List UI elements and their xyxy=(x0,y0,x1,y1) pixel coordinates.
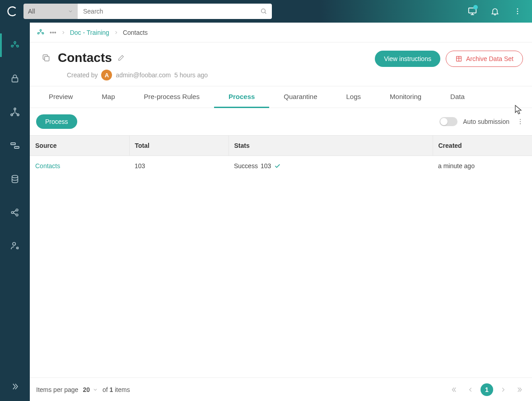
search-input-wrap xyxy=(78,4,272,19)
chevron-right-icon xyxy=(114,30,118,35)
svg-point-26 xyxy=(520,121,521,122)
stats-label: Success xyxy=(234,162,258,170)
pager-prev[interactable] xyxy=(464,383,477,396)
tab-map[interactable]: Map xyxy=(87,86,129,108)
sidebar-item-user-settings[interactable] xyxy=(6,237,24,255)
pager-last[interactable] xyxy=(513,383,526,396)
auto-submission-label: Auto submission xyxy=(463,118,509,125)
stats-value: 103 xyxy=(261,162,271,170)
svg-point-18 xyxy=(13,242,15,245)
table-row: Contacts 103 Success 103 a minute ago xyxy=(30,156,532,176)
search-input[interactable] xyxy=(78,4,272,19)
check-icon xyxy=(274,162,281,170)
monitor-icon[interactable] xyxy=(463,2,481,20)
edit-icon[interactable] xyxy=(117,54,125,61)
avatar: A xyxy=(101,70,112,80)
breadcrumb-root-icon[interactable] xyxy=(36,28,45,37)
cell-source[interactable]: Contacts xyxy=(30,156,129,176)
action-row: Process Auto submission xyxy=(30,108,532,135)
th-stats[interactable]: Stats xyxy=(229,136,433,156)
search-filter-label: All xyxy=(28,8,35,15)
svg-rect-23 xyxy=(45,57,49,61)
cell-created: a minute ago xyxy=(433,156,532,176)
breadcrumb-ellipsis[interactable]: ••• xyxy=(50,29,56,36)
svg-rect-8 xyxy=(12,78,18,82)
created-time: 5 hours ago xyxy=(174,71,208,79)
sidebar-item-pipeline[interactable] xyxy=(6,137,24,155)
process-button[interactable]: Process xyxy=(36,114,77,129)
search-wrap: All xyxy=(23,4,272,19)
process-table: Source Total Stats Created Contacts 103 … xyxy=(30,135,532,176)
table-kebab-icon[interactable] xyxy=(515,118,526,125)
th-created[interactable]: Created xyxy=(433,136,532,156)
table-footer: Items per page 20 of 1 items 1 xyxy=(30,377,532,401)
archive-label: Archive Data Set xyxy=(466,55,513,62)
sidebar-item-data[interactable] xyxy=(6,36,24,54)
svg-point-3 xyxy=(517,11,518,12)
svg-point-0 xyxy=(261,9,266,13)
tab-data[interactable]: Data xyxy=(436,86,479,108)
chevron-down-icon xyxy=(68,9,73,14)
svg-rect-12 xyxy=(11,143,15,145)
breadcrumb: ••• Doc - Training Contacts xyxy=(30,23,532,42)
page-header: Contacts Created by A admin@foobar.com 5… xyxy=(30,42,532,86)
archive-button[interactable]: Archive Data Set xyxy=(446,51,523,67)
tab-process[interactable]: Process xyxy=(214,86,269,108)
breadcrumb-current: Contacts xyxy=(123,29,148,36)
page-title: Contacts xyxy=(58,51,112,65)
svg-rect-13 xyxy=(14,146,19,148)
tab-logs[interactable]: Logs xyxy=(332,86,376,108)
breadcrumb-project-link[interactable]: Doc - Training xyxy=(70,29,109,36)
tabs: Preview Map Pre-process Rules Process Qu… xyxy=(30,86,532,108)
page-size-value: 20 xyxy=(83,386,90,393)
items-per-page-label: Items per page xyxy=(36,386,78,393)
sidebar-item-share[interactable] xyxy=(6,203,24,222)
view-instructions-button[interactable]: View instructions xyxy=(375,51,440,67)
sidebar-item-network[interactable] xyxy=(6,103,24,121)
svg-point-25 xyxy=(520,119,521,120)
topbar: All xyxy=(0,0,532,23)
bell-icon[interactable] xyxy=(486,2,504,20)
app-logo[interactable] xyxy=(5,5,19,18)
svg-point-4 xyxy=(517,13,518,14)
items-label: items xyxy=(115,386,130,393)
pager-next[interactable] xyxy=(497,383,509,396)
pager-current[interactable]: 1 xyxy=(481,383,493,396)
archive-icon xyxy=(455,55,462,62)
tab-quarantine[interactable]: Quarantine xyxy=(269,86,331,108)
svg-point-2 xyxy=(517,8,518,9)
page-size-select[interactable]: 20 xyxy=(83,386,98,393)
sidebar-expand-icon[interactable] xyxy=(6,377,24,396)
main-content: ••• Doc - Training Contacts Contacts xyxy=(30,23,532,401)
th-source[interactable]: Source xyxy=(30,136,129,156)
svg-point-27 xyxy=(520,123,521,124)
sidebar-item-security[interactable] xyxy=(6,70,24,88)
svg-point-5 xyxy=(14,42,16,43)
tab-preprocess-rules[interactable]: Pre-process Rules xyxy=(130,86,214,108)
svg-point-20 xyxy=(40,29,41,31)
total-items: 1 xyxy=(110,386,113,393)
pager-first[interactable] xyxy=(448,383,461,396)
sidebar-item-storage[interactable] xyxy=(6,170,24,188)
created-by-label: Created by xyxy=(67,71,98,79)
search-button[interactable] xyxy=(258,6,269,17)
cell-stats: Success 103 xyxy=(229,156,433,176)
search-filter-dropdown[interactable]: All xyxy=(23,4,78,19)
topbar-kebab-icon[interactable] xyxy=(509,2,527,20)
copy-icon[interactable] xyxy=(39,51,53,65)
tab-preview[interactable]: Preview xyxy=(34,86,87,108)
created-by-email: admin@foobar.com xyxy=(116,71,171,79)
auto-submission-toggle[interactable] xyxy=(439,117,457,126)
svg-point-14 xyxy=(12,175,18,178)
cell-total: 103 xyxy=(129,156,229,176)
svg-point-9 xyxy=(14,108,16,110)
tab-monitoring[interactable]: Monitoring xyxy=(375,86,436,108)
sidebar xyxy=(0,23,30,401)
created-by-meta: Created by A admin@foobar.com 5 hours ag… xyxy=(67,70,208,80)
of-label: of xyxy=(103,386,108,393)
notification-dot xyxy=(473,5,478,9)
chevron-right-icon xyxy=(61,30,65,35)
th-total[interactable]: Total xyxy=(129,136,229,156)
